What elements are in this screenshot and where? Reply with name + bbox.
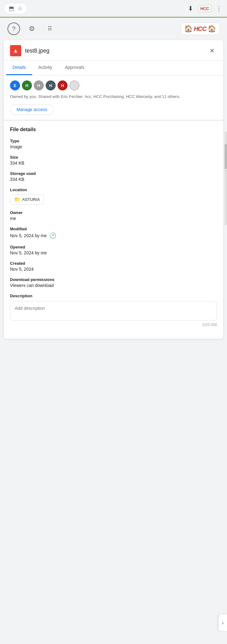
cast-icon: ⬒ [8,5,15,12]
detail-row-type: Type Image [10,139,217,149]
description-input[interactable] [10,301,217,320]
detail-value-opened: Nov 5, 2024 by me [10,250,217,255]
detail-value-storage: 334 KB [10,177,217,182]
avatar-h2: H [34,80,44,90]
hcc-building-icon-left: 🏠 [184,25,193,33]
help-icon: ? [12,25,15,33]
detail-value-download-permissions: Viewers can download [10,283,217,288]
avatar-h1: H [22,80,32,90]
detail-row-storage: Storage used 334 KB [10,171,217,182]
hcc-extension-icon[interactable]: HCC [198,5,211,12]
hcc-logo-area: 🏠 HCC 🏠 [181,23,219,35]
more-options-icon[interactable]: ⋮ [214,4,223,13]
address-bar[interactable]: ⬒ ☆ [4,3,28,14]
hcc-logo-text: HCC [194,25,206,33]
shared-description: Owned by you. Shared with Eric Fechter, … [10,94,217,100]
folder-icon: 📁 [14,197,20,202]
detail-row-size: Size 334 KB [10,155,217,166]
detail-row-created: Created Nov 5, 2024 [10,261,217,272]
detail-label-created: Created [10,261,217,266]
detail-row-location: Location 📁 ASTURIA [10,187,217,205]
image-icon: ▲ [13,48,18,54]
detail-label-storage: Storage used [10,171,217,176]
detail-label-download-permissions: Download permissions [10,277,217,282]
scrollbar-track[interactable] [224,131,227,225]
detail-value-type: Image [10,144,217,149]
file-details-section: File details Type Image Size 334 KB Stor… [4,120,223,339]
shared-section: E H H H H Owned by you. Shared with Eric… [4,75,223,120]
chevron-right-icon: › [222,620,224,626]
detail-label-description: Description [10,294,217,298]
help-button[interactable]: ? [8,23,20,35]
avatar-h3: H [46,80,56,90]
collapse-panel-button[interactable]: › [218,614,227,631]
side-panel: ▲ test8.jpeg ✕ Details Activity Approval… [4,40,223,339]
settings-button[interactable]: ⚙ [26,23,38,35]
apps-button[interactable]: ⠿ [44,23,56,35]
bookmark-icon[interactable]: ☆ [17,5,23,12]
manage-access-button[interactable]: Manage access [10,104,54,115]
avatar-empty [69,80,79,90]
avatar-h4: H [58,80,68,90]
detail-label-owner: Owner [10,210,217,215]
location-chip[interactable]: 📁 ASTURIA [10,194,44,205]
tab-activity[interactable]: Activity [32,60,58,75]
location-value: ASTURIA [22,197,40,202]
detail-value-modified: Nov 5, 2024 by me [10,233,47,238]
panel-tabs: Details Activity Approvals [4,60,223,75]
file-type-icon: ▲ [10,45,21,56]
file-name: test8.jpeg [25,48,49,54]
tab-approvals[interactable]: Approvals [58,60,90,75]
panel-header: ▲ test8.jpeg ✕ [4,40,223,60]
char-count: 0/25,000 [10,323,217,327]
modified-row: Nov 5, 2024 by me 🕐 [10,232,217,239]
apps-icon: ⠿ [48,25,53,33]
close-panel-button[interactable]: ✕ [207,46,217,56]
detail-value-created: Nov 5, 2024 [10,267,217,272]
google-toolbar: ? ⚙ ⠿ 🏠 HCC 🏠 [0,18,227,40]
toolbar-left: ? ⚙ ⠿ [8,23,56,35]
download-browser-icon[interactable]: ⬇ [186,4,195,13]
scrollbar-thumb[interactable] [224,144,227,169]
settings-icon: ⚙ [29,25,35,33]
file-details-title: File details [10,127,217,132]
avatars-row: E H H H H [10,80,217,90]
detail-label-modified: Modified [10,227,217,231]
avatar-e: E [10,80,20,90]
browser-topbar: ⬒ ☆ ⬇ HCC ⋮ [0,0,227,18]
browser-right-icons: ⬇ HCC ⋮ [186,4,223,13]
detail-label-type: Type [10,139,217,143]
detail-value-size: 334 KB [10,161,217,166]
detail-value-owner: me [10,216,217,221]
detail-row-description: Description 0/25,000 [10,294,217,327]
detail-row-modified: Modified Nov 5, 2024 by me 🕐 [10,227,217,239]
panel-header-left: ▲ test8.jpeg [10,45,49,56]
detail-label-size: Size [10,155,217,160]
detail-label-location: Location [10,187,217,192]
detail-row-owner: Owner me [10,210,217,221]
detail-label-opened: Opened [10,245,217,249]
detail-row-opened: Opened Nov 5, 2024 by me [10,245,217,255]
hcc-building-icon-right: 🏠 [208,25,216,33]
tab-details[interactable]: Details [6,60,32,75]
history-icon[interactable]: 🕐 [49,232,56,239]
close-icon: ✕ [209,47,215,54]
detail-row-download-permissions: Download permissions Viewers can downloa… [10,277,217,288]
